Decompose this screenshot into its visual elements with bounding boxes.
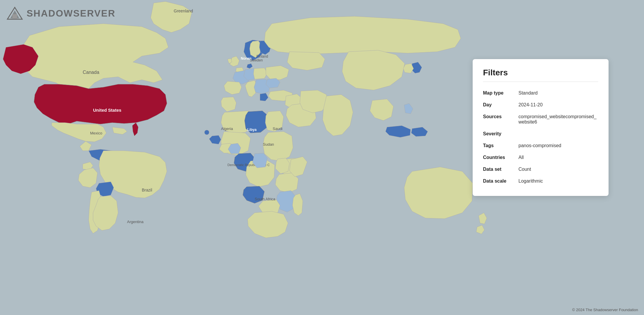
- svg-text:Brazil: Brazil: [142, 188, 152, 192]
- copyright-text: © 2024 The Shadowserver Foundation: [572, 308, 638, 312]
- filter-label: Sources: [483, 114, 515, 119]
- filter-label: Countries: [483, 155, 515, 160]
- svg-text:Algeria: Algeria: [221, 126, 233, 131]
- svg-text:Greenland: Greenland: [174, 9, 193, 13]
- filter-row: Tagspanos-compromised: [483, 140, 598, 152]
- filter-label: Data scale: [483, 178, 515, 184]
- filter-value: 2024-11-20: [518, 102, 598, 108]
- filter-value: compromised_websitecompromised_website6: [518, 114, 598, 125]
- svg-text:Sudan: Sudan: [263, 142, 274, 147]
- shadowserver-logo-icon: [6, 6, 24, 21]
- filter-label: Day: [483, 102, 515, 108]
- filter-label: Data set: [483, 167, 515, 172]
- filter-label: Map type: [483, 90, 515, 96]
- svg-text:Libya: Libya: [247, 128, 257, 132]
- svg-text:Sweden: Sweden: [250, 58, 263, 62]
- filter-row: Data scaleLogarithmic: [483, 175, 598, 187]
- filter-row: CountriesAll: [483, 152, 598, 163]
- svg-point-16: [204, 130, 209, 135]
- logo: SHADOWSERVER: [6, 6, 116, 21]
- map-container: Greenland Canada United States Mexico Br…: [0, 0, 644, 315]
- filter-label: Tags: [483, 143, 515, 148]
- svg-text:Finland: Finland: [256, 54, 268, 59]
- filter-panel: Filters Map typeStandardDay2024-11-20Sou…: [473, 59, 609, 196]
- filter-value: Standard: [518, 90, 598, 96]
- svg-text:Argentina: Argentina: [127, 220, 144, 224]
- filter-value: Logarithmic: [518, 178, 598, 184]
- svg-text:Saudi: Saudi: [273, 126, 282, 131]
- logo-text: SHADOWSERVER: [27, 8, 116, 19]
- svg-text:South Africa: South Africa: [255, 197, 276, 201]
- svg-rect-21: [12, 14, 17, 19]
- filter-row: Map typeStandard: [483, 87, 598, 99]
- filter-row: Sourcescompromised_websitecompromised_we…: [483, 111, 598, 128]
- svg-text:Mexico: Mexico: [90, 131, 102, 135]
- svg-text:Canada: Canada: [83, 70, 99, 75]
- svg-text:United States: United States: [93, 108, 121, 113]
- filter-panel-title: Filters: [483, 68, 598, 82]
- filter-value: Count: [518, 167, 598, 172]
- filter-row: Data setCount: [483, 163, 598, 175]
- filter-rows: Map typeStandardDay2024-11-20Sourcescomp…: [483, 87, 598, 187]
- filter-row: Day2024-11-20: [483, 99, 598, 111]
- filter-value: panos-compromised: [518, 143, 598, 148]
- filter-row: Severity: [483, 128, 598, 140]
- filter-label: Severity: [483, 131, 515, 137]
- filter-value: All: [518, 155, 598, 160]
